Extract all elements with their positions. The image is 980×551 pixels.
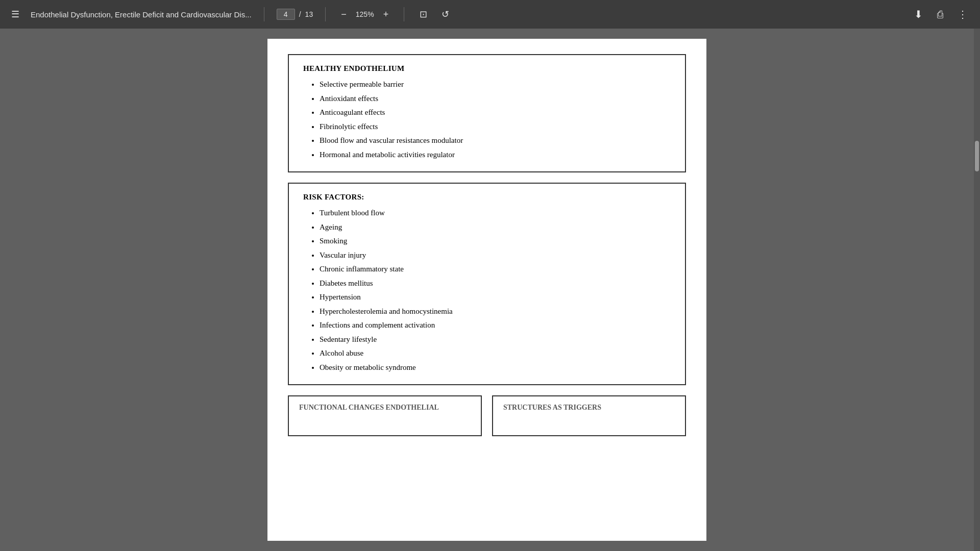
scrollbar-track[interactable]: [974, 29, 980, 551]
bottom-row: FUNCTIONAL CHANGES ENDOTHELIAL STRUCTURE…: [288, 395, 686, 436]
zoom-increase-button[interactable]: +: [380, 8, 392, 21]
list-item: Hormonal and metabolic activities regula…: [320, 148, 671, 162]
content-area: HEALTHY ENDOTHELIUM Selective permeable …: [0, 29, 980, 551]
list-item: Blood flow and vascular resistances modu…: [320, 134, 671, 147]
zoom-value: 125%: [354, 10, 376, 18]
separator-3: [404, 7, 404, 21]
list-item: Hypercholesterolemia and homocystinemia: [320, 305, 671, 318]
page-separator: /: [299, 10, 301, 18]
fit-page-button[interactable]: ⊡: [416, 8, 430, 21]
list-item: Infections and complement activation: [320, 319, 671, 332]
separator-2: [325, 7, 326, 21]
toolbar-right: ⬇ ⎙ ⋮: [910, 6, 972, 22]
zoom-decrease-button[interactable]: −: [338, 8, 350, 21]
functional-changes-box: FUNCTIONAL CHANGES ENDOTHELIAL: [288, 395, 482, 436]
list-item: Ageing: [320, 221, 671, 234]
list-item: Anticoagulant effects: [320, 106, 671, 119]
page-controls: / 13: [277, 9, 313, 20]
list-item: Obesity or metabolic syndrome: [320, 361, 671, 374]
healthy-endothelium-box: HEALTHY ENDOTHELIUM Selective permeable …: [288, 54, 686, 172]
more-options-button[interactable]: ⋮: [953, 6, 972, 22]
zoom-controls: − 125% +: [338, 8, 391, 21]
list-item: Sedentary lifestyle: [320, 333, 671, 346]
risk-factors-title: RISK FACTORS:: [303, 193, 671, 202]
document-title: Endothelial Dysfunction, Erectile Defici…: [31, 10, 252, 19]
rotate-button[interactable]: ↺: [438, 8, 452, 21]
page-input[interactable]: [277, 9, 295, 20]
toolbar: ☰ Endothelial Dysfunction, Erectile Defi…: [0, 0, 980, 29]
list-item: Hypertension: [320, 291, 671, 304]
list-item: Turbulent blood flow: [320, 207, 671, 220]
structures-triggers-box: STRUCTURES AS TRIGGERS: [492, 395, 686, 436]
separator-1: [264, 7, 264, 21]
page-total: 13: [305, 10, 313, 18]
download-button[interactable]: ⬇: [910, 6, 927, 22]
scrollbar-thumb[interactable]: [975, 141, 979, 171]
list-item: Smoking: [320, 235, 671, 248]
risk-factors-list: Turbulent blood flow Ageing Smoking Vasc…: [303, 207, 671, 374]
print-button[interactable]: ⎙: [933, 7, 947, 22]
risk-factors-box: RISK FACTORS: Turbulent blood flow Agein…: [288, 183, 686, 385]
functional-changes-title: FUNCTIONAL CHANGES ENDOTHELIAL: [299, 404, 471, 412]
list-item: Antioxidant effects: [320, 92, 671, 106]
list-item: Chronic inflammatory state: [320, 263, 671, 276]
pdf-page: HEALTHY ENDOTHELIUM Selective permeable …: [267, 39, 706, 541]
menu-button[interactable]: ☰: [8, 8, 22, 21]
list-item: Selective permeable barrier: [320, 78, 671, 91]
structures-triggers-title: STRUCTURES AS TRIGGERS: [503, 404, 675, 412]
healthy-endothelium-list: Selective permeable barrier Antioxidant …: [303, 78, 671, 161]
healthy-endothelium-title: HEALTHY ENDOTHELIUM: [303, 64, 671, 73]
list-item: Alcohol abuse: [320, 347, 671, 360]
pdf-container[interactable]: HEALTHY ENDOTHELIUM Selective permeable …: [0, 29, 974, 551]
list-item: Fibrinolytic effects: [320, 120, 671, 134]
list-item: Vascular injury: [320, 249, 671, 262]
list-item: Diabetes mellitus: [320, 277, 671, 290]
